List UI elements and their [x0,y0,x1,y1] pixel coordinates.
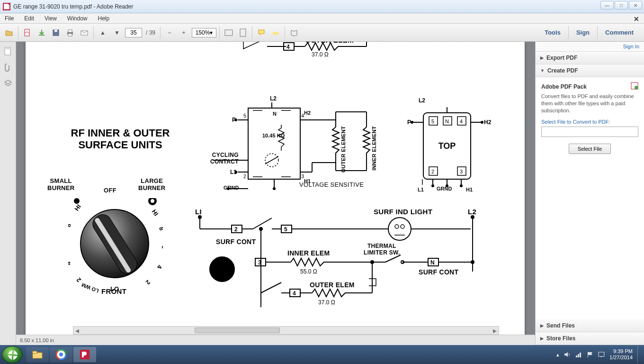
svg-point-62 [481,121,483,123]
svg-rect-5 [68,30,72,32]
label-off: OFF [104,187,116,194]
page-dimensions: 8.50 x 11.00 in [20,337,54,343]
svg-point-129 [74,198,80,204]
svg-text:L2: L2 [419,97,425,104]
svg-text:LO: LO [110,285,119,292]
diagram-heading: RF INNER & OUTERSURFACE UNITS [59,127,182,151]
svg-rect-1 [39,35,45,36]
svg-text:HI: HI [73,203,82,212]
sign-in-link[interactable]: Sign In [536,42,644,52]
window-maximize-button[interactable]: □ [615,1,628,9]
svg-text:N: N [445,118,449,124]
label-cycling: CYCLING CONTACT [210,152,239,165]
attachments-icon[interactable] [3,63,13,72]
tray-network-icon[interactable] [575,351,582,358]
svg-text:L2: L2 [270,95,277,102]
layers-icon[interactable] [3,79,13,88]
menu-window[interactable]: Window [65,14,89,23]
svg-point-123 [210,257,234,282]
svg-text:3: 3 [460,169,463,174]
zoom-level[interactable]: 150% ▾ [192,28,216,37]
comment-annot-icon[interactable] [255,27,268,39]
tray-volume-icon[interactable] [564,351,571,358]
tray-show-hidden-icon[interactable]: ▴ [556,352,559,358]
save-icon[interactable] [50,27,62,39]
show-desktop-button[interactable] [637,346,641,363]
select-file-button[interactable]: Select File [569,144,611,154]
taskbar-adobe-reader[interactable] [73,347,96,362]
main-area: 4 L2 N 5 P 4 H2 [0,42,644,345]
taskbar-chrome[interactable] [50,347,72,362]
svg-point-80 [460,185,462,187]
svg-rect-9 [240,29,246,36]
email-icon[interactable] [78,27,90,39]
svg-point-117 [471,261,474,264]
send-files-section[interactable]: ▶Send Files [536,319,644,332]
window-close-button[interactable]: ✕ [629,1,642,9]
horizontal-scrollbar[interactable]: ◂ ▸ [73,326,499,335]
pdf-pack-icon [631,82,638,91]
comment-panel-button[interactable]: Comment [597,26,641,39]
menu-file[interactable]: File [3,14,16,23]
create-pdf-section[interactable]: ▼Create PDF [536,64,644,77]
print-icon[interactable] [64,27,76,39]
svg-point-95 [401,225,404,228]
label-large-burner: LARGE BURNER [138,177,165,191]
label-thermal: THERMAL LIMITER SW. [364,243,400,256]
scrollbar-thumb[interactable] [195,328,280,333]
file-path-input[interactable] [541,127,638,137]
zoom-out-icon[interactable]: − [163,27,176,39]
svg-text:4: 4 [286,44,290,50]
sign-panel-button[interactable]: Sign [568,26,597,39]
export-pdf-icon[interactable] [36,27,48,39]
svg-text:8: 8 [158,226,163,231]
svg-rect-161 [599,352,604,356]
menu-edit[interactable]: Edit [22,14,36,23]
label-small-burner: SMALL BURNER [47,177,74,191]
menu-help[interactable]: Help [96,14,112,23]
fit-page-icon[interactable] [237,27,249,39]
store-files-section[interactable]: ▶Store Files [536,332,644,345]
svg-text:N: N [430,259,435,266]
tray-action-center-icon[interactable] [598,351,605,358]
highlight-icon[interactable] [269,27,282,39]
document-viewport[interactable]: 4 L2 N 5 P 4 H2 [16,42,535,345]
label-surf-ind: SURF IND LIGHT [374,208,432,216]
svg-text:5: 5 [431,118,434,124]
create-pdf-icon[interactable] [21,27,34,39]
taskbar-explorer[interactable] [26,347,49,362]
window-titlebar: GE range 31-9020 tru temp.pdf - Adobe Re… [0,0,644,13]
svg-text:4: 4 [460,118,463,124]
page-number-input[interactable] [125,28,142,37]
thumbnails-icon[interactable] [3,46,13,56]
adobe-pdf-pack-title: Adobe PDF Pack [541,83,587,90]
toolbar: ▲ ▼ / 39 − + 150% ▾ Tools Sign Comment [0,24,644,42]
create-pdf-body: Adobe PDF Pack Convert files to PDF and … [536,77,644,159]
tools-panel-button[interactable]: Tools [537,26,568,39]
label-outer-elem-top: OUTER ELEM [305,42,354,44]
page-up-icon[interactable]: ▲ [97,27,109,39]
navigation-rail [0,42,16,345]
pdf-pack-description: Convert files to PDF and easily combine … [541,93,638,114]
svg-text:2: 2 [243,173,246,179]
select-file-label: Select File to Convert to PDF: [541,119,638,125]
svg-text:P: P [407,119,411,126]
svg-text:LO WM: LO WM [81,282,100,294]
document-close-button[interactable]: ✕ [632,14,641,24]
menu-view[interactable]: View [43,14,59,23]
open-icon[interactable] [3,27,15,39]
zoom-in-icon[interactable]: + [178,27,190,39]
start-button[interactable] [2,346,23,363]
tray-flag-icon[interactable] [587,351,593,358]
svg-point-94 [395,225,399,228]
export-pdf-section[interactable]: ▶Export PDF [536,52,644,64]
tray-clock[interactable]: 9:39 PM1/27/2014 [609,348,633,360]
page-down-icon[interactable]: ▼ [111,27,123,39]
fit-width-icon[interactable] [223,27,235,39]
svg-point-25 [235,119,237,121]
read-mode-icon[interactable] [288,27,300,39]
burner-knob: HI HI 8 8 6 9 4 4 2 2 LO WM LO [68,198,163,321]
svg-point-37 [273,188,275,190]
window-minimize-button[interactable]: — [600,1,614,9]
svg-text:2: 2 [144,279,152,286]
